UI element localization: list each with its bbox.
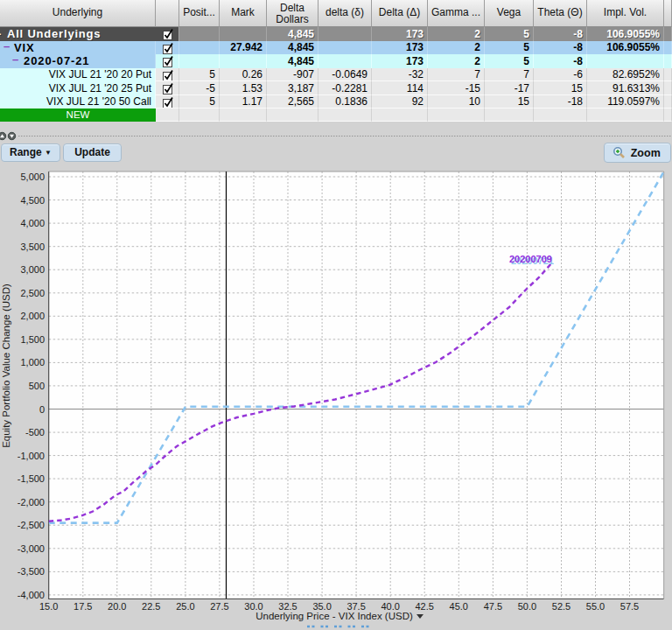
svg-text:27.5: 27.5	[210, 601, 228, 612]
svg-text:2,500: 2,500	[20, 288, 45, 298]
svg-text:Equity Portfolio Value Change: Equity Portfolio Value Change (USD)	[1, 284, 11, 448]
svg-text:-3,000: -3,000	[18, 543, 45, 554]
svg-text:57.5: 57.5	[620, 601, 639, 612]
svg-text:-4,000: -4,000	[18, 590, 45, 600]
svg-text:-3,500: -3,500	[18, 566, 45, 577]
svg-text:-1,500: -1,500	[18, 473, 45, 484]
svg-text:20200709: 20200709	[509, 254, 552, 264]
svg-text:-2,000: -2,000	[18, 497, 45, 508]
svg-text:50.0: 50.0	[518, 601, 536, 612]
svg-text:3,000: 3,000	[20, 264, 45, 275]
svg-text:-1,000: -1,000	[18, 451, 45, 461]
svg-text:0: 0	[39, 404, 45, 415]
svg-text:55.0: 55.0	[586, 601, 605, 612]
svg-text:25.0: 25.0	[176, 601, 194, 612]
svg-text:47.5: 47.5	[484, 601, 502, 612]
svg-text:1,500: 1,500	[20, 334, 45, 345]
svg-text:3,500: 3,500	[20, 242, 45, 252]
svg-text:17.5: 17.5	[74, 601, 92, 612]
svg-text:4,000: 4,000	[20, 218, 45, 228]
svg-text:22.5: 22.5	[142, 601, 160, 612]
svg-text:2,000: 2,000	[20, 311, 45, 321]
svg-text:1,000: 1,000	[20, 357, 45, 368]
svg-text:4,500: 4,500	[20, 195, 45, 206]
svg-text:52.5: 52.5	[552, 601, 570, 612]
svg-text:20.0: 20.0	[108, 601, 126, 612]
svg-text:5,000: 5,000	[20, 172, 45, 182]
svg-text:500: 500	[29, 381, 45, 391]
svg-text:Underlying Price - VIX Index (: Underlying Price - VIX Index (USD)	[256, 611, 413, 621]
svg-text:-500: -500	[25, 427, 45, 438]
svg-text:45.0: 45.0	[450, 601, 468, 612]
svg-text:42.5: 42.5	[415, 601, 433, 612]
svg-text:15.0: 15.0	[39, 601, 58, 612]
svg-text:-2,500: -2,500	[18, 520, 45, 530]
